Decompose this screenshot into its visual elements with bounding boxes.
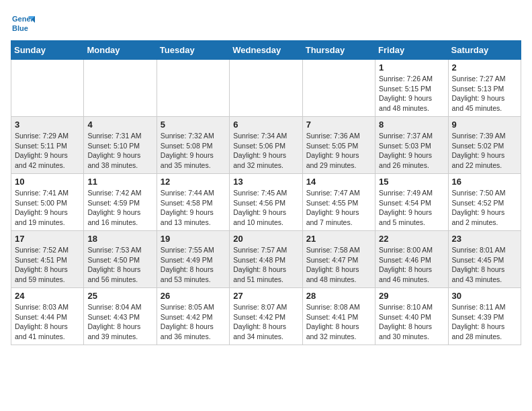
cell-day-number: 5 (161, 120, 226, 130)
cell-day-number: 19 (161, 234, 226, 244)
cell-day-number: 23 (452, 234, 517, 244)
cell-info: Sunrise: 7:47 AM Sunset: 4:55 PM Dayligh… (306, 188, 371, 228)
calendar-cell (157, 60, 229, 117)
calendar-table: SundayMondayTuesdayWednesdayThursdayFrid… (11, 40, 521, 345)
cell-info: Sunrise: 7:53 AM Sunset: 4:50 PM Dayligh… (87, 245, 152, 285)
cell-day-number: 26 (161, 291, 226, 301)
cell-info: Sunrise: 7:26 AM Sunset: 5:15 PM Dayligh… (379, 74, 444, 113)
cell-info: Sunrise: 7:49 AM Sunset: 4:54 PM Dayligh… (379, 188, 444, 228)
cell-day-number: 16 (452, 177, 517, 187)
week-row-5: 24Sunrise: 8:03 AM Sunset: 4:44 PM Dayli… (11, 288, 521, 345)
week-row-2: 3Sunrise: 7:29 AM Sunset: 5:11 PM Daylig… (11, 117, 521, 174)
cell-day-number: 27 (233, 291, 298, 301)
cell-info: Sunrise: 8:08 AM Sunset: 4:41 PM Dayligh… (306, 302, 371, 342)
calendar-cell: 17Sunrise: 7:52 AM Sunset: 4:51 PM Dayli… (11, 231, 84, 288)
cell-day-number: 8 (379, 120, 444, 130)
cell-day-number: 17 (15, 234, 80, 244)
cell-day-number: 2 (452, 62, 517, 73)
calendar-cell: 19Sunrise: 7:55 AM Sunset: 4:49 PM Dayli… (157, 231, 229, 288)
calendar-cell: 23Sunrise: 8:01 AM Sunset: 4:45 PM Dayli… (448, 231, 521, 288)
cell-info: Sunrise: 8:11 AM Sunset: 4:39 PM Dayligh… (452, 302, 517, 342)
cell-day-number: 22 (379, 234, 444, 244)
calendar-cell: 3Sunrise: 7:29 AM Sunset: 5:11 PM Daylig… (11, 117, 84, 174)
cell-info: Sunrise: 7:50 AM Sunset: 4:52 PM Dayligh… (452, 188, 517, 228)
calendar-cell: 2Sunrise: 7:27 AM Sunset: 5:13 PM Daylig… (448, 60, 521, 117)
cell-day-number: 21 (306, 234, 371, 244)
calendar-cell: 22Sunrise: 8:00 AM Sunset: 4:46 PM Dayli… (375, 231, 448, 288)
cell-day-number: 6 (233, 120, 298, 130)
cell-day-number: 9 (452, 120, 517, 130)
weekday-header-tuesday: Tuesday (157, 41, 229, 60)
svg-text:Blue: Blue (12, 24, 28, 32)
week-row-4: 17Sunrise: 7:52 AM Sunset: 4:51 PM Dayli… (11, 231, 521, 288)
cell-info: Sunrise: 8:03 AM Sunset: 4:44 PM Dayligh… (15, 302, 80, 342)
calendar-cell: 13Sunrise: 7:45 AM Sunset: 4:56 PM Dayli… (230, 174, 302, 231)
cell-info: Sunrise: 7:41 AM Sunset: 5:00 PM Dayligh… (15, 188, 80, 228)
calendar-cell: 29Sunrise: 8:10 AM Sunset: 4:40 PM Dayli… (375, 288, 448, 345)
cell-info: Sunrise: 7:31 AM Sunset: 5:10 PM Dayligh… (87, 131, 152, 171)
weekday-header-friday: Friday (375, 41, 448, 60)
cell-info: Sunrise: 7:37 AM Sunset: 5:03 PM Dayligh… (379, 131, 444, 171)
cell-info: Sunrise: 8:10 AM Sunset: 4:40 PM Dayligh… (379, 302, 444, 342)
calendar-cell: 26Sunrise: 8:05 AM Sunset: 4:42 PM Dayli… (157, 288, 229, 345)
cell-day-number: 20 (233, 234, 298, 244)
cell-day-number: 11 (87, 177, 152, 187)
weekday-header-thursday: Thursday (302, 41, 375, 60)
calendar-cell: 25Sunrise: 8:04 AM Sunset: 4:43 PM Dayli… (84, 288, 157, 345)
cell-info: Sunrise: 7:44 AM Sunset: 4:58 PM Dayligh… (161, 188, 226, 228)
calendar-cell: 30Sunrise: 8:11 AM Sunset: 4:39 PM Dayli… (448, 288, 521, 345)
page-header: General Blue (11, 11, 521, 35)
cell-info: Sunrise: 7:45 AM Sunset: 4:56 PM Dayligh… (233, 188, 298, 228)
cell-info: Sunrise: 7:32 AM Sunset: 5:08 PM Dayligh… (161, 131, 226, 171)
cell-info: Sunrise: 8:04 AM Sunset: 4:43 PM Dayligh… (87, 302, 152, 342)
cell-info: Sunrise: 7:39 AM Sunset: 5:02 PM Dayligh… (452, 131, 517, 171)
cell-day-number: 10 (15, 177, 80, 187)
calendar-cell: 28Sunrise: 8:08 AM Sunset: 4:41 PM Dayli… (302, 288, 375, 345)
calendar-cell: 24Sunrise: 8:03 AM Sunset: 4:44 PM Dayli… (11, 288, 84, 345)
calendar-cell: 15Sunrise: 7:49 AM Sunset: 4:54 PM Dayli… (375, 174, 448, 231)
cell-info: Sunrise: 8:05 AM Sunset: 4:42 PM Dayligh… (161, 302, 226, 342)
cell-info: Sunrise: 7:36 AM Sunset: 5:05 PM Dayligh… (306, 131, 371, 171)
calendar-cell: 11Sunrise: 7:42 AM Sunset: 4:59 PM Dayli… (84, 174, 157, 231)
logo: General Blue (11, 11, 40, 35)
cell-info: Sunrise: 7:57 AM Sunset: 4:48 PM Dayligh… (233, 245, 298, 285)
cell-day-number: 4 (87, 120, 152, 130)
cell-day-number: 24 (15, 291, 80, 301)
cell-info: Sunrise: 8:01 AM Sunset: 4:45 PM Dayligh… (452, 245, 517, 285)
calendar-cell: 4Sunrise: 7:31 AM Sunset: 5:10 PM Daylig… (84, 117, 157, 174)
cell-day-number: 15 (379, 177, 444, 187)
calendar-cell: 5Sunrise: 7:32 AM Sunset: 5:08 PM Daylig… (157, 117, 229, 174)
cell-day-number: 14 (306, 177, 371, 187)
calendar-cell: 1Sunrise: 7:26 AM Sunset: 5:15 PM Daylig… (375, 60, 448, 117)
calendar-cell: 21Sunrise: 7:58 AM Sunset: 4:47 PM Dayli… (302, 231, 375, 288)
cell-day-number: 13 (233, 177, 298, 187)
calendar-cell: 20Sunrise: 7:57 AM Sunset: 4:48 PM Dayli… (230, 231, 302, 288)
calendar-cell: 8Sunrise: 7:37 AM Sunset: 5:03 PM Daylig… (375, 117, 448, 174)
calendar-cell: 27Sunrise: 8:07 AM Sunset: 4:42 PM Dayli… (230, 288, 302, 345)
weekday-header-saturday: Saturday (448, 41, 521, 60)
calendar-cell (230, 60, 302, 117)
weekday-header-wednesday: Wednesday (230, 41, 302, 60)
week-row-3: 10Sunrise: 7:41 AM Sunset: 5:00 PM Dayli… (11, 174, 521, 231)
cell-info: Sunrise: 7:55 AM Sunset: 4:49 PM Dayligh… (161, 245, 226, 285)
cell-info: Sunrise: 7:29 AM Sunset: 5:11 PM Dayligh… (15, 131, 80, 171)
calendar-cell (302, 60, 375, 117)
calendar-cell: 18Sunrise: 7:53 AM Sunset: 4:50 PM Dayli… (84, 231, 157, 288)
weekday-header-sunday: Sunday (11, 41, 84, 60)
week-row-1: 1Sunrise: 7:26 AM Sunset: 5:15 PM Daylig… (11, 60, 521, 117)
cell-day-number: 29 (379, 291, 444, 301)
calendar-cell: 6Sunrise: 7:34 AM Sunset: 5:06 PM Daylig… (230, 117, 302, 174)
calendar-cell: 7Sunrise: 7:36 AM Sunset: 5:05 PM Daylig… (302, 117, 375, 174)
cell-day-number: 12 (161, 177, 226, 187)
calendar-cell: 14Sunrise: 7:47 AM Sunset: 4:55 PM Dayli… (302, 174, 375, 231)
cell-info: Sunrise: 7:58 AM Sunset: 4:47 PM Dayligh… (306, 245, 371, 285)
cell-info: Sunrise: 8:07 AM Sunset: 4:42 PM Dayligh… (233, 302, 298, 342)
cell-day-number: 7 (306, 120, 371, 130)
calendar-cell (11, 60, 84, 117)
logo-icon: General Blue (11, 11, 35, 35)
cell-info: Sunrise: 7:34 AM Sunset: 5:06 PM Dayligh… (233, 131, 298, 171)
calendar-cell: 12Sunrise: 7:44 AM Sunset: 4:58 PM Dayli… (157, 174, 229, 231)
cell-day-number: 30 (452, 291, 517, 301)
cell-day-number: 18 (87, 234, 152, 244)
cell-day-number: 3 (15, 120, 80, 130)
